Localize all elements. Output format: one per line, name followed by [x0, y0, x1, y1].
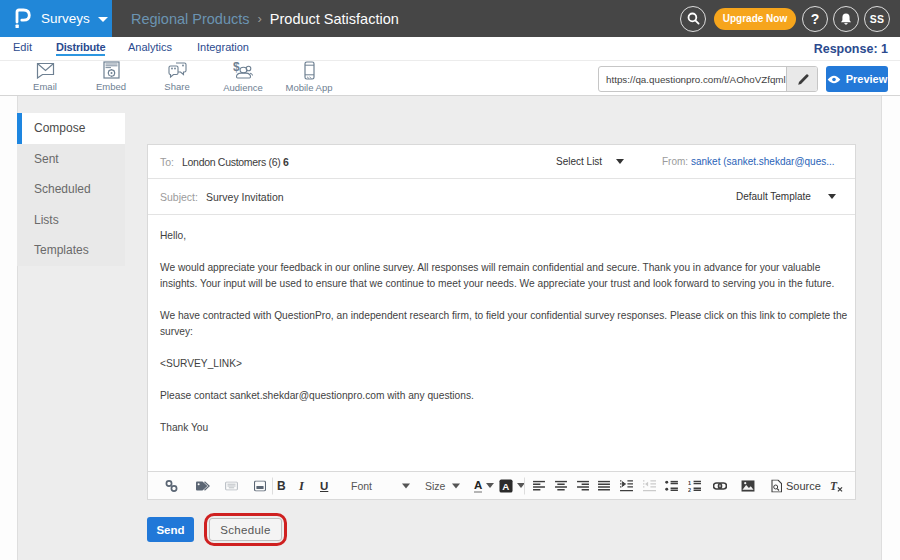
svg-text:2: 2: [688, 486, 691, 491]
svg-text:T: T: [830, 480, 838, 492]
svg-text:A: A: [502, 480, 509, 491]
svg-text:1: 1: [688, 480, 691, 486]
svg-text:$: $: [233, 61, 240, 74]
